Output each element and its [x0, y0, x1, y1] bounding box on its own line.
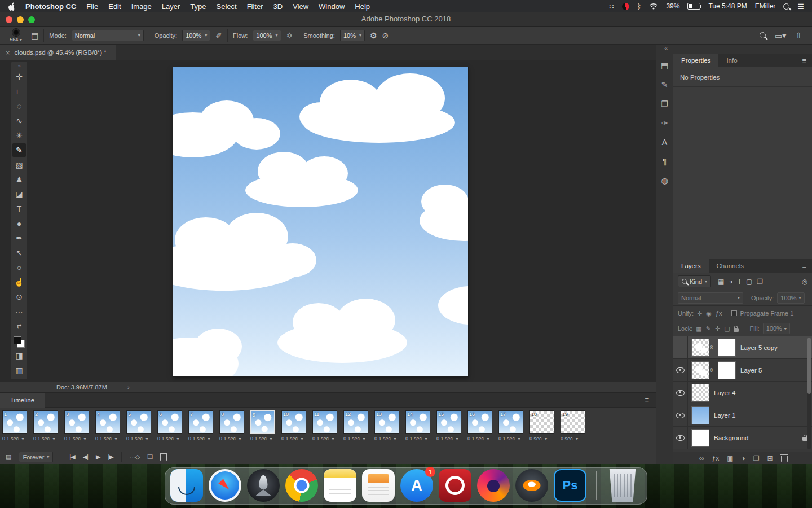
gradient-tool-button[interactable]: ▧ [12, 158, 26, 172]
battery-icon[interactable] [687, 3, 700, 10]
delete-frame-icon[interactable] [160, 454, 167, 461]
libraries-panel-icon[interactable]: ◍ [661, 177, 668, 185]
menubar-app-name[interactable]: Photoshop CC [25, 2, 76, 11]
search-icon[interactable] [760, 32, 766, 38]
frame-duration-select[interactable]: 0.1 sec.▾ [374, 436, 405, 441]
layer-thumbnail[interactable] [691, 361, 709, 379]
timeline-frame[interactable]: 110.1 sec.▾ [312, 410, 343, 441]
frame-duration-select[interactable]: 0.1 sec.▾ [126, 436, 157, 441]
frame-duration-select[interactable]: 0 sec.▾ [561, 436, 592, 441]
dock-pages[interactable] [362, 469, 395, 502]
filter-type-layers-icon[interactable]: T [738, 278, 742, 286]
menu-view[interactable]: View [293, 2, 308, 11]
more-tools-button[interactable]: ⋯ [12, 305, 26, 318]
layer-thumbnail[interactable] [691, 384, 709, 402]
dock-notes[interactable] [324, 469, 356, 502]
timeline-frame[interactable]: 100.1 sec.▾ [281, 410, 312, 441]
timeline-frame[interactable]: 90.1 sec.▾ [250, 410, 281, 441]
shape-tool-button[interactable]: ○ [12, 261, 26, 274]
dock-safari[interactable] [209, 469, 241, 502]
frame-duration-select[interactable]: 0.1 sec.▾ [467, 436, 498, 441]
visibility-toggle[interactable] [673, 336, 688, 358]
magic-wand-tool-button[interactable]: ✳ [12, 129, 26, 142]
layer-style-icon[interactable]: ƒx [712, 455, 720, 462]
share-icon[interactable]: ⇧ [795, 32, 802, 40]
filter-smart-objects-icon[interactable]: ❐ [757, 278, 763, 286]
marquee-tool-button[interactable]: ◌ [12, 99, 26, 113]
previous-frame-button[interactable]: ◀| [83, 453, 88, 461]
lock-all-icon[interactable] [734, 328, 739, 332]
filter-shape-layers-icon[interactable]: ▢ [746, 278, 752, 286]
dock-blender[interactable] [515, 469, 548, 502]
timeline-frame[interactable]: 150.1 sec.▾ [436, 410, 467, 441]
frame-duration-select[interactable]: 0.1 sec.▾ [250, 436, 281, 441]
timeline-frame[interactable]: 130.1 sec.▾ [374, 410, 405, 441]
lasso-tool-button[interactable]: ∿ [12, 114, 26, 128]
scrollbar-thumb[interactable] [807, 338, 811, 394]
propagate-frame-checkbox[interactable] [731, 310, 737, 316]
lock-position-icon[interactable]: ✛ [715, 325, 720, 332]
close-document-icon[interactable]: × [6, 49, 10, 57]
clone-source-panel-icon[interactable]: ❐ [661, 100, 668, 108]
document-size-info[interactable]: Doc: 3.96M/7.87M [56, 384, 107, 391]
frame-duration-select[interactable]: 0.1 sec.▾ [219, 436, 250, 441]
layers-panel-menu-icon[interactable]: ≡ [802, 259, 812, 273]
tab-layers[interactable]: Layers [673, 259, 709, 273]
visibility-toggle[interactable] [673, 404, 688, 426]
timeline-frame[interactable]: 120.1 sec.▾ [343, 410, 374, 441]
timeline-frame[interactable]: 60.1 sec.▾ [157, 410, 188, 441]
color-swatches[interactable] [14, 336, 25, 348]
blend-mode-select[interactable]: Normal ▾ [72, 30, 144, 41]
lock-pixels-icon[interactable]: ✎ [706, 325, 711, 332]
timeline-frame[interactable]: 20.1 sec.▾ [33, 410, 64, 441]
timeline-frame[interactable]: 50.1 sec.▾ [126, 410, 157, 441]
brush-angle-icon[interactable]: ⊘ [382, 32, 389, 40]
fill-field[interactable]: 100% ▾ [763, 323, 790, 334]
menu-type[interactable]: Type [190, 2, 206, 11]
path-select-tool-button[interactable]: ↖ [12, 246, 26, 260]
layer-row[interactable]: ∞Layer 5 [673, 359, 812, 382]
menu-image[interactable]: Image [131, 2, 152, 11]
menu-help[interactable]: Help [355, 2, 370, 11]
collapse-panels-button[interactable]: « [656, 45, 812, 54]
document-tab[interactable]: × clouds.psd @ 45.4% (RGB/8*) * [0, 45, 116, 60]
timeline-frame[interactable]: 30.1 sec.▾ [64, 410, 95, 441]
frame-duration-select[interactable]: 0.1 sec.▾ [95, 436, 126, 441]
timeline-frame[interactable]: 140.1 sec.▾ [405, 410, 436, 441]
layer-opacity-field[interactable]: 100% ▾ [777, 292, 804, 304]
paragraph-panel-icon[interactable]: ¶ [663, 157, 667, 165]
layer-thumbnail[interactable] [691, 406, 709, 424]
menu-select[interactable]: Select [216, 2, 236, 11]
duplicate-frame-icon[interactable]: ❏ [147, 453, 152, 461]
tool-presets-panel-icon[interactable]: ✑ [661, 119, 668, 127]
frame-duration-select[interactable]: 0.1 sec.▾ [343, 436, 374, 441]
spotlight-icon[interactable] [783, 3, 789, 10]
tab-info[interactable]: Info [718, 54, 745, 67]
adjustment-layer-icon[interactable]: ◑ [742, 455, 745, 462]
link-layers-icon[interactable]: ∞ [699, 455, 704, 462]
first-frame-button[interactable]: |◀ [69, 453, 74, 461]
menu-file[interactable]: File [86, 2, 98, 11]
type-tool-button[interactable]: T [12, 202, 26, 216]
timeline-frame[interactable]: 170.1 sec.▾ [498, 410, 529, 441]
zoom-tool-button[interactable]: ⊙ [12, 290, 26, 304]
timeline-tab[interactable]: Timeline [0, 393, 45, 408]
layer-mask-thumbnail[interactable] [718, 339, 736, 357]
dock-finder[interactable] [170, 469, 203, 502]
timeline-frame[interactable]: 10.1 sec.▾ [2, 410, 33, 441]
new-layer-icon[interactable]: ⊞ [767, 455, 773, 462]
notification-center-icon[interactable]: ☰ [797, 3, 804, 10]
dock-chrome[interactable] [285, 469, 318, 502]
frame-duration-select[interactable]: 0.1 sec.▾ [436, 436, 467, 441]
brush-tool-button[interactable]: ✎ [12, 143, 26, 157]
frame-duration-select[interactable]: 0.1 sec.▾ [498, 436, 529, 441]
timeline-frame[interactable]: 40.1 sec.▾ [95, 410, 126, 441]
brush-settings-panel-icon[interactable]: ✎ [661, 81, 668, 89]
layer-mask-thumbnail[interactable] [718, 361, 736, 379]
unify-visibility-icon[interactable]: ◉ [706, 310, 712, 317]
frame-duration-select[interactable]: 0.1 sec.▾ [64, 436, 95, 441]
screen-mode-button[interactable]: ▥ [12, 364, 26, 377]
frame-duration-select[interactable]: 0.1 sec.▾ [281, 436, 312, 441]
smoothing-field[interactable]: 10% ▾ [340, 30, 365, 41]
crop-tool-button[interactable]: ∟ [12, 85, 26, 98]
